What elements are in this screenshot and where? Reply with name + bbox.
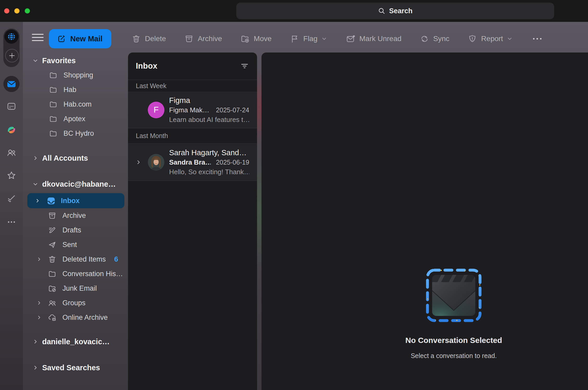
- sidebar-item-label: Junk Email: [62, 284, 97, 292]
- more-apps-icon[interactable]: [6, 216, 17, 228]
- compose-icon: [57, 34, 66, 43]
- chevron-right-icon: [31, 155, 40, 161]
- outlook-window: Search: [0, 0, 588, 390]
- toolbar-overflow-button[interactable]: [531, 33, 543, 45]
- saved-searches-section-header[interactable]: Saved Searches: [23, 360, 127, 375]
- sidebar-item-shopping[interactable]: Shopping: [23, 68, 127, 82]
- message-subject: Sandra Bra…: [169, 157, 211, 167]
- sync-label: Sync: [433, 35, 449, 43]
- zoom-window-button[interactable]: [25, 8, 30, 14]
- group-header-last-month: Last Month: [128, 128, 257, 143]
- sidebar-item-inbox[interactable]: Inbox: [27, 193, 124, 208]
- minimize-window-button[interactable]: [14, 8, 20, 14]
- mail-unread-icon: [346, 34, 355, 44]
- drafts-icon: [47, 226, 57, 235]
- delete-button[interactable]: Delete: [131, 34, 166, 44]
- folder-icon: [48, 114, 58, 124]
- archive-label: Archive: [198, 35, 222, 43]
- account-section-header[interactable]: dkovacic@habane…: [23, 177, 127, 191]
- calendar-icon[interactable]: [6, 101, 17, 112]
- copilot-icon[interactable]: [6, 124, 17, 136]
- second-account-section-header[interactable]: danielle_kovacic…: [23, 334, 127, 349]
- mark-unread-button[interactable]: Mark Unread: [346, 34, 401, 44]
- unread-count-badge: 6: [114, 255, 118, 263]
- sidebar-item-label: Conversation His…: [62, 270, 123, 278]
- sidebar-item-deleted-items[interactable]: Deleted Items 6: [23, 252, 127, 266]
- avatar-photo: [148, 154, 164, 171]
- move-label: Move: [254, 35, 271, 43]
- sidebar-item-apotex[interactable]: Apotex: [23, 112, 127, 126]
- sidebar-item-junk-email[interactable]: Junk Email: [23, 281, 127, 296]
- hamburger-menu-icon[interactable]: [32, 34, 44, 41]
- sidebar-item-bc-hydro[interactable]: BC Hydro: [23, 126, 127, 141]
- message-summary: Figma Figma Mak… 2025-07-24 Learn about …: [169, 95, 249, 124]
- chevron-right-icon[interactable]: [36, 256, 42, 262]
- empty-state-envelope-icon: [426, 268, 482, 322]
- sidebar-item-online-archive[interactable]: Online Archive: [23, 310, 127, 325]
- folder-icon: [47, 269, 57, 278]
- sync-button[interactable]: Sync: [420, 34, 449, 44]
- message-list-panel: Inbox Last Week F Figma Figma Mak… 2025-…: [128, 53, 257, 390]
- sidebar-item-groups[interactable]: Groups: [23, 296, 127, 310]
- search-placeholder: Search: [389, 7, 412, 15]
- people-icon[interactable]: [6, 147, 17, 158]
- sidebar-item-label: Groups: [62, 299, 86, 307]
- junk-folder-icon: [47, 284, 57, 293]
- avatar: F: [148, 102, 164, 118]
- message-row-figma[interactable]: F Figma Figma Mak… 2025-07-24 Learn abou…: [128, 92, 257, 128]
- sidebar-item-conversation-history[interactable]: Conversation His…: [23, 266, 127, 281]
- trash-icon: [131, 34, 141, 44]
- chevron-right-icon: [31, 339, 40, 345]
- chevron-down-icon[interactable]: [506, 35, 513, 42]
- sidebar-item-label: Hab: [63, 86, 76, 94]
- sidebar-item-hab-com[interactable]: Hab.com: [23, 97, 127, 112]
- list-title: Inbox: [136, 61, 157, 71]
- mail-icon[interactable]: [3, 76, 20, 92]
- empty-state-title: No Conversation Selected: [405, 336, 502, 345]
- toolbar: Delete Archive Move Flag: [131, 29, 543, 48]
- new-mail-button[interactable]: New Mail: [49, 29, 111, 48]
- chevron-right-icon[interactable]: [36, 300, 42, 306]
- folder-sidebar: Favorites Shopping Hab Hab.com Apotex BC…: [23, 53, 127, 390]
- account-globe-icon[interactable]: [4, 30, 18, 44]
- expand-conversation-icon[interactable]: [135, 159, 142, 165]
- all-accounts-section-header[interactable]: All Accounts: [23, 151, 127, 165]
- cloud-archive-icon: [47, 313, 57, 322]
- message-preview: Hello, So exciting! Thank…: [169, 167, 249, 177]
- sidebar-item-archive[interactable]: Archive: [23, 208, 127, 223]
- sidebar-item-label: BC Hydro: [63, 129, 94, 138]
- sidebar-item-hab[interactable]: Hab: [23, 82, 127, 97]
- sidebar-item-drafts[interactable]: Drafts: [23, 223, 127, 237]
- chevron-right-icon[interactable]: [35, 198, 40, 204]
- sidebar-item-label: Apotex: [63, 115, 85, 123]
- chevron-down-icon: [31, 181, 40, 187]
- flag-button[interactable]: Flag: [290, 34, 328, 44]
- chevron-down-icon[interactable]: [321, 35, 328, 42]
- sidebar-item-label: Deleted Items: [62, 255, 106, 263]
- move-button[interactable]: Move: [240, 34, 271, 44]
- sync-icon: [420, 34, 429, 44]
- report-button[interactable]: Report: [468, 34, 513, 44]
- starred-icon[interactable]: [6, 170, 17, 181]
- ellipsis-icon: [531, 33, 543, 45]
- favorites-section-header[interactable]: Favorites: [23, 53, 127, 68]
- message-date: 2025-07-24: [216, 105, 249, 115]
- close-window-button[interactable]: [4, 8, 9, 14]
- archive-button[interactable]: Archive: [184, 34, 222, 44]
- filter-icon[interactable]: [240, 61, 249, 71]
- inbox-icon: [46, 196, 56, 206]
- todo-check-icon[interactable]: [6, 192, 17, 204]
- message-row-sarah[interactable]: Sarah Hagarty, Sand… Sandra Bra… 2025-06…: [128, 143, 257, 181]
- archive-icon: [47, 211, 57, 220]
- message-date: 2025-06-19: [216, 157, 249, 167]
- all-accounts-label: All Accounts: [42, 154, 88, 162]
- sidebar-item-sent[interactable]: Sent: [23, 237, 127, 252]
- search-input[interactable]: Search: [236, 3, 554, 19]
- folder-icon: [48, 100, 58, 109]
- mark-unread-label: Mark Unread: [359, 35, 401, 43]
- report-label: Report: [481, 35, 503, 43]
- group-header-label: Last Week: [136, 82, 167, 90]
- add-account-icon[interactable]: [5, 49, 19, 62]
- folder-icon: [48, 85, 58, 94]
- chevron-right-icon[interactable]: [36, 315, 42, 320]
